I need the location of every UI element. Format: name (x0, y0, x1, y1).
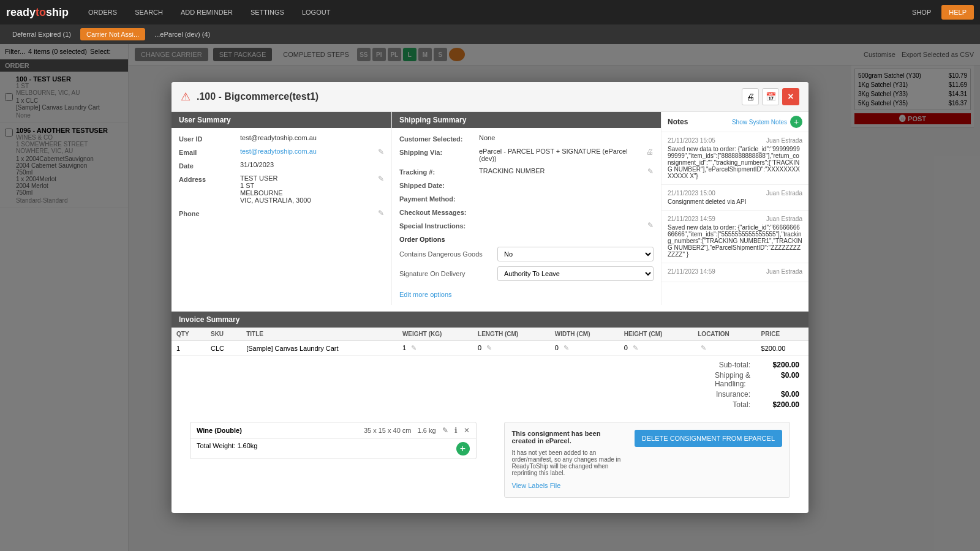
note-text-3: Saved new data to order: {"article_id":"… (668, 224, 802, 258)
edit-more-options-link[interactable]: Edit more options (399, 291, 452, 298)
col-price: PRICE (756, 328, 809, 341)
address-value: TEST USER1 STMELBOURNEVIC, AUSTRALIA, 30… (240, 174, 375, 204)
subtotal-value: $200.00 (763, 361, 799, 369)
sub-navigation: Deferral Expired (1) Carrier Not Assi...… (0, 24, 980, 44)
tab-eparcel[interactable]: ...eParcel (dev) (4) (148, 28, 216, 40)
add-note-button[interactable]: + (790, 116, 802, 128)
total-weight-row: Total Weight: 1.60kg + (190, 439, 476, 459)
signature-delivery-label: Signature On Delivery (399, 270, 497, 277)
add-package-button[interactable]: + (456, 442, 470, 455)
delete-consignment-button[interactable]: DELETE CONSIGNMENT FROM EPARCEL (635, 430, 782, 447)
package-box: Wine (Double) 35 x 15 x 40 cm 1.6 kg ✎ ℹ… (190, 422, 477, 459)
nav-orders[interactable]: ORDERS (81, 5, 124, 20)
user-summary-section: User Summary User ID test@readytoship.co… (172, 112, 392, 305)
note-author-1: Juan Estrada (766, 137, 802, 144)
package-delete-icon[interactable]: ✕ (464, 426, 470, 435)
date-label: Date (179, 161, 240, 170)
warning-icon: ⚠ (181, 90, 190, 103)
note-time-3: 21/11/2023 14:59 (668, 216, 715, 222)
note-author-4: Juan Estrada (766, 268, 802, 275)
shipping-via-edit-icon[interactable]: 🖨 (646, 148, 654, 156)
shipped-date-label: Shipped Date: (399, 181, 479, 189)
order-options-title: Order Options (399, 236, 654, 243)
location-edit-icon[interactable]: ✎ (701, 344, 706, 351)
shipping-summary-section: Shipping Summary Customer Selected: None… (392, 112, 662, 305)
note-author-3: Juan Estrada (766, 216, 802, 222)
user-summary-header: User Summary (172, 112, 391, 128)
calendar-button[interactable]: 📅 (762, 88, 779, 105)
width-edit-icon[interactable]: ✎ (564, 344, 569, 351)
package-edit-icon[interactable]: ✎ (442, 426, 448, 435)
tracking-value: TRACKING NUMBER (479, 167, 644, 174)
delete-consignment-area: DELETE CONSIGNMENT FROM EPARCEL (635, 430, 782, 452)
nav-help[interactable]: HELP (941, 5, 974, 20)
note-meta-2: 21/11/2023 15:00 Juan Estrada (668, 190, 802, 197)
modal-close-button[interactable]: × (782, 88, 799, 105)
show-system-notes-link[interactable]: Show System Notes (732, 119, 787, 126)
note-time-4: 21/11/2023 14:59 (668, 268, 715, 275)
notes-header: Notes Show System Notes + (662, 112, 809, 132)
modal-header-icons: 🖨 📅 × (742, 88, 799, 105)
tracking-edit-icon[interactable]: ✎ (647, 167, 654, 176)
shipping-row: Shipping &Handling: $0.00 (677, 371, 799, 388)
print-button[interactable]: 🖨 (742, 88, 759, 105)
nav-add-reminder[interactable]: ADD REMINDER (173, 5, 240, 20)
phone-label: Phone (179, 209, 240, 217)
col-sku: SKU (206, 328, 241, 341)
length-edit-icon[interactable]: ✎ (486, 344, 492, 351)
total-weight-label: Total Weight: 1.60kg (197, 442, 257, 455)
col-weight: WEIGHT (KG) (398, 328, 473, 341)
dangerous-goods-label: Contains Dangerous Goods (399, 250, 497, 258)
phone-row: Phone ✎ (179, 209, 384, 217)
height-edit-icon[interactable]: ✎ (633, 344, 638, 351)
note-entry-2: 21/11/2023 15:00 Juan Estrada Consignmen… (662, 185, 809, 211)
email-row: Email test@readytoship.com.au ✎ (179, 148, 384, 156)
special-instructions-edit-icon[interactable]: ✎ (647, 221, 654, 230)
col-title: TITLE (241, 328, 398, 341)
invoice-table: QTY SKU TITLE WEIGHT (KG) LENGTH (CM) WI… (172, 328, 809, 356)
shipping-handling-label: Shipping &Handling: (715, 371, 750, 388)
col-width: WIDTH (CM) (550, 328, 619, 341)
tab-carrier-not-assigned[interactable]: Carrier Not Assi... (80, 28, 145, 40)
address-edit-icon[interactable]: ✎ (378, 174, 384, 183)
package-name: Wine (Double) (197, 427, 358, 434)
main-content: Filter... 4 items (0 selected) Select: O… (0, 44, 980, 551)
nav-shop[interactable]: SHOP (905, 5, 938, 20)
email-value: test@readytoship.com.au (240, 148, 375, 155)
invoice-row-1: 1 CLC [Sample] Canvas Laundry Cart 1 ✎ 0… (172, 341, 809, 356)
total-label: Total: (733, 400, 750, 409)
insurance-value: $0.00 (763, 390, 799, 399)
invoice-totals: Sub-total: $200.00 Shipping &Handling: $… (172, 356, 809, 416)
note-meta-1: 21/11/2023 15:05 Juan Estrada (668, 137, 802, 144)
date-value: 31/10/2023 (240, 161, 384, 168)
nav-settings[interactable]: SETTINGS (243, 5, 292, 20)
row-height-1: 0 ✎ (619, 341, 693, 356)
package-consignment-area: Wine (Double) 35 x 15 x 40 cm 1.6 kg ✎ ℹ… (172, 416, 809, 513)
notes-section: Notes Show System Notes + 21/11/2023 15:… (662, 112, 809, 305)
customer-selected-value: None (479, 134, 654, 141)
subtotal-row: Sub-total: $200.00 (677, 361, 799, 369)
weight-edit-icon[interactable]: ✎ (411, 344, 417, 351)
date-row: Date 31/10/2023 (179, 161, 384, 170)
notes-title: Notes (668, 118, 732, 126)
email-link[interactable]: test@readytoship.com.au (240, 148, 317, 155)
invoice-table-header-row: QTY SKU TITLE WEIGHT (KG) LENGTH (CM) WI… (172, 328, 809, 341)
address-label: Address (179, 174, 240, 183)
note-time-1: 21/11/2023 15:05 (668, 137, 715, 144)
dangerous-goods-select[interactable]: No Yes (497, 247, 654, 261)
nav-search[interactable]: SEARCH (127, 5, 170, 20)
email-edit-icon[interactable]: ✎ (378, 148, 384, 156)
signature-delivery-select[interactable]: Authority To Leave Signature Required No… (497, 266, 654, 281)
user-id-row: User ID test@readytoship.com.au (179, 134, 384, 143)
payment-method-label: Payment Method: (399, 194, 479, 203)
nav-logout[interactable]: LOGOUT (295, 5, 337, 20)
app-logo: readytoship (6, 6, 69, 19)
view-labels-link[interactable]: View Labels File (512, 482, 561, 489)
total-value: $200.00 (763, 400, 799, 409)
note-entry-4: 21/11/2023 14:59 Juan Estrada (662, 263, 809, 282)
consignment-section: This consignment has been created in ePa… (495, 416, 800, 504)
tab-deferral[interactable]: Deferral Expired (1) (6, 28, 77, 40)
phone-edit-icon[interactable]: ✎ (378, 209, 384, 217)
signature-delivery-row: Signature On Delivery Authority To Leave… (399, 266, 654, 281)
package-info-icon[interactable]: ℹ (454, 426, 458, 435)
